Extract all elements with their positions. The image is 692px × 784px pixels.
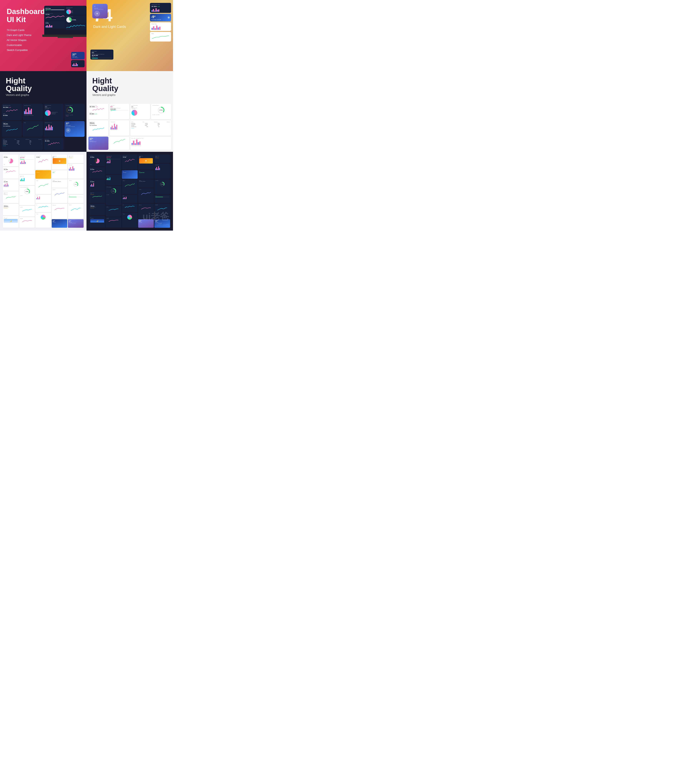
middle-left-panel: Hight Quality Vectors and graphs Average… xyxy=(0,71,86,152)
laptop-screen: Total Users $2,34,169 30% Average Screen… xyxy=(44,6,86,35)
hight-quality-title-light: Hight Quality xyxy=(92,77,167,92)
hight-quality-title-dark: Hight Quality xyxy=(6,77,81,92)
middle-section: Hight Quality Vectors and graphs Average… xyxy=(0,71,173,152)
bottom-right-panel: Screen 2h 58m 66% Average 3h 10m Yearly … xyxy=(86,152,173,231)
middle-right-panel: Hight Quality Vectors and graphs Average… xyxy=(86,71,173,152)
bottom-section: Screen 2h 58m 66% Average 3h 10m Yearly … xyxy=(0,152,173,231)
watermark: ui老爸 uil8.com xyxy=(142,211,169,227)
watermark-main-text: ui老爸 xyxy=(142,211,169,223)
top-section: Dashboard UI Kit 74 Graph Cards Dark and… xyxy=(0,0,173,71)
hight-quality-sub-dark: Vectors and graphs xyxy=(6,93,81,96)
laptop-base xyxy=(42,35,86,37)
top-right-panel: 74 Dark and Light Cards Yearly Screen Ti… xyxy=(86,0,173,71)
bottom-left-panel: Screen 2h 58m 66% Average 3h 10m Yearly … xyxy=(0,152,86,231)
hight-quality-sub-light: Vectors and graphs xyxy=(92,93,167,96)
top-left-panel: Dashboard UI Kit 74 Graph Cards Dark and… xyxy=(0,0,86,71)
weather-temp-display: -9° xyxy=(151,15,161,19)
laptop-stand xyxy=(58,37,73,38)
feature-5: Sketch Compatible xyxy=(7,48,80,53)
watermark-sub-text: uil8.com xyxy=(142,223,169,227)
laptop-mockup: Total Users $2,34,169 30% Average Screen… xyxy=(38,6,86,44)
